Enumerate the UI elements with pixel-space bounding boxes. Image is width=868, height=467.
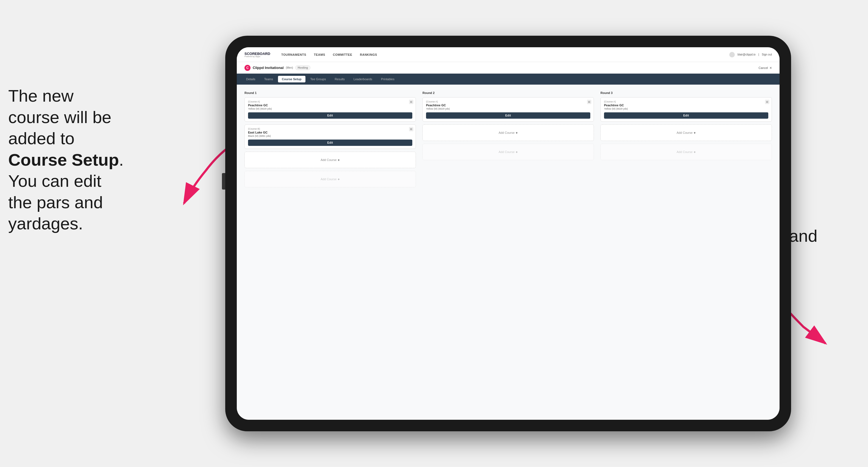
round-3-add-course-plus-2: + (693, 150, 696, 154)
round-1-column: Round 1 (Course A) Peachtree GC Yellow (… (245, 91, 416, 190)
round-1-course-a-card: (Course A) Peachtree GC Yellow (M) (6629… (245, 97, 416, 122)
round-3-course-a-name: Peachtree GC (604, 103, 768, 107)
round-3-course-a-badge: (Course A) (604, 100, 768, 103)
nav-sign-out[interactable]: Sign out (762, 53, 772, 56)
round-2-course-a-delete-button[interactable]: ⊟ (587, 100, 591, 104)
nav-link-tournaments[interactable]: TOURNAMENTS (281, 52, 306, 57)
nav-user-email: blair@clippd.io (738, 53, 756, 56)
round-3-course-a-card: (Course A) Peachtree GC Yellow (M) (6629… (600, 97, 772, 122)
round-3-course-a-edit-button[interactable]: Edit (604, 112, 768, 119)
round-2-course-a-edit-button[interactable]: Edit (426, 112, 590, 119)
round-1-add-course-label-2: Add Course (320, 178, 337, 181)
nav-link-committee[interactable]: COMMITTEE (333, 52, 352, 57)
annotation-bold-coursesetup: Course Setup (8, 150, 119, 169)
round-3-add-course-plus: + (693, 131, 696, 135)
tab-printables[interactable]: Printables (377, 76, 398, 83)
round-1-add-course-label: Add Course (320, 158, 337, 161)
round-1-add-course-button[interactable]: Add Course + (245, 152, 416, 168)
tournament-name: Clippd Invitational (253, 66, 284, 70)
round-1-add-course-button-2: Add Course + (245, 171, 416, 187)
round-3-course-a-delete-button[interactable]: ⊟ (765, 100, 769, 104)
tournament-logo-c: C (245, 65, 250, 71)
round-2-add-course-plus-2: + (516, 150, 518, 154)
round-3-add-course-button-2: Add Course + (600, 144, 772, 160)
round-1-course-b-name: East Lake GC (248, 131, 412, 134)
round-1-course-a-badge: (Course A) (248, 100, 412, 103)
round-1-course-b-badge: (Course B) (248, 127, 412, 130)
tab-details[interactable]: Details (242, 76, 259, 83)
nav-logo-text: SCOREBOARD (245, 52, 270, 56)
round-1-course-a-details: Yellow (M) (6629 yds) (248, 107, 412, 110)
round-3-course-a-details: Yellow (M) (6629 yds) (604, 107, 768, 110)
round-2-course-a-badge: (Course A) (426, 100, 590, 103)
main-content: Round 1 (Course A) Peachtree GC Yellow (… (237, 85, 780, 420)
round-3-column: Round 3 (Course A) Peachtree GC Yellow (… (600, 91, 772, 190)
tab-course-setup[interactable]: Course Setup (278, 76, 305, 83)
round-1-add-course-plus: + (338, 158, 340, 162)
cancel-button[interactable]: Cancel (759, 66, 768, 69)
round-1-course-b-details: Black (M) (6891 yds) (248, 134, 412, 137)
annotation-left: The new course will be added to Course S… (8, 85, 195, 234)
tab-tee-groups[interactable]: Tee Groups (307, 76, 330, 83)
round-3-label: Round 3 (600, 91, 772, 94)
tab-leaderboards[interactable]: Leaderboards (350, 76, 376, 83)
round-1-course-a-name: Peachtree GC (248, 103, 412, 107)
round-1-add-course-plus-2: + (338, 177, 340, 181)
tab-results[interactable]: Results (331, 76, 348, 83)
round-2-add-course-button[interactable]: Add Course + (423, 124, 594, 141)
round-2-course-a-card: (Course A) Peachtree GC Yellow (M) (6629… (423, 97, 594, 122)
tournament-gender: (Men) (286, 66, 293, 69)
tournament-header: C Clippd Invitational (Men) Hosting Canc… (237, 62, 780, 73)
round-2-add-course-plus: + (516, 131, 518, 135)
round-3-add-course-label: Add Course (677, 131, 692, 134)
round-1-course-b-card: (Course B) East Lake GC Black (M) (6891 … (245, 124, 416, 149)
round-2-label: Round 2 (423, 91, 594, 94)
round-2-add-course-button-2: Add Course + (423, 144, 594, 160)
round-1-course-b-delete-button[interactable]: ⊟ (409, 127, 413, 131)
round-2-course-a-name: Peachtree GC (426, 103, 590, 107)
round-1-course-b-edit-button[interactable]: Edit (248, 139, 412, 146)
nav-separator: | (758, 53, 759, 56)
nav-link-teams[interactable]: TEAMS (314, 52, 325, 57)
cancel-icon[interactable]: × (770, 66, 772, 70)
tournament-title: C Clippd Invitational (Men) Hosting (245, 65, 310, 71)
tablet-screen: SCOREBOARD Powered by clippd TOURNAMENTS… (237, 47, 780, 420)
nav-right: blair@clippd.io | Sign out (729, 52, 772, 57)
round-1-course-a-delete-button[interactable]: ⊟ (409, 100, 413, 104)
round-3-add-course-button[interactable]: Add Course + (600, 124, 772, 141)
round-2-add-course-label: Add Course (499, 131, 515, 134)
round-2-add-course-label-2: Add Course (499, 150, 515, 154)
nav-links: TOURNAMENTS TEAMS COMMITTEE RANKINGS (281, 52, 729, 57)
rounds-grid: Round 1 (Course A) Peachtree GC Yellow (… (245, 91, 772, 190)
round-1-course-a-edit-button[interactable]: Edit (248, 112, 412, 119)
round-2-column: Round 2 (Course A) Peachtree GC Yellow (… (423, 91, 594, 190)
nav-avatar (729, 52, 735, 57)
tournament-status: Hosting (295, 65, 310, 70)
tab-teams[interactable]: Teams (260, 76, 277, 83)
nav-link-rankings[interactable]: RANKINGS (360, 52, 377, 57)
tablet-side-button (222, 173, 225, 190)
round-1-label: Round 1 (245, 91, 416, 94)
nav-logo: SCOREBOARD Powered by clippd (245, 52, 270, 57)
round-3-add-course-label-2: Add Course (677, 150, 692, 154)
tab-nav: Details Teams Course Setup Tee Groups Re… (237, 73, 780, 85)
top-nav: SCOREBOARD Powered by clippd TOURNAMENTS… (237, 47, 780, 62)
tablet-device: SCOREBOARD Powered by clippd TOURNAMENTS… (225, 36, 791, 431)
cancel-area: Cancel × (759, 66, 772, 70)
round-2-course-a-details: Yellow (M) (6629 yds) (426, 107, 590, 110)
nav-logo-sub: Powered by clippd (245, 56, 270, 57)
